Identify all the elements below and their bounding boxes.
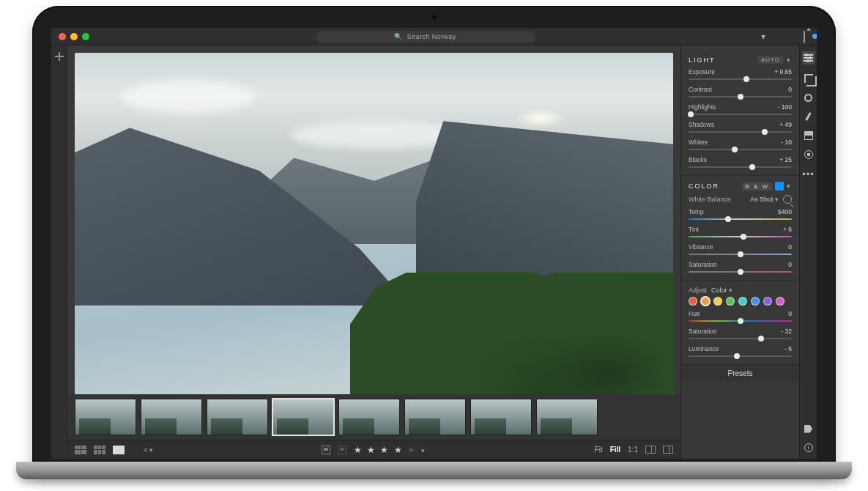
photo-preview [75,53,673,394]
titlebar: 🔍 Search Norway ▾ [51,28,817,45]
swatch[interactable] [763,297,772,306]
adjust-dropdown[interactable]: Color ▾ [711,287,732,294]
filmstrip-thumb[interactable] [272,399,334,435]
bw-toggle[interactable]: B & W [742,182,772,191]
slider-temp[interactable]: Temp5400 [689,208,792,221]
eyedropper-icon[interactable] [783,195,792,204]
slider-highlights[interactable]: Highlights- 100 [689,103,792,117]
zoom-1to1-button[interactable]: 1:1 [628,446,638,454]
adjust-label: Adjust [689,287,707,294]
rating-stars[interactable]: ★ ★ ★ ★ ★ ▾ [354,445,426,455]
slider-blacks[interactable]: Blacks+ 25 [689,156,792,169]
add-photo-button[interactable] [54,51,64,62]
linear-gradient-tool[interactable] [804,130,814,141]
slider-shadows[interactable]: Shadows+ 49 [689,121,792,134]
more-tools-button[interactable]: ••• [804,169,814,179]
filmstrip-thumb[interactable] [338,399,400,435]
filmstrip-thumb[interactable] [207,399,268,435]
zoom-fit-button[interactable]: Fit [595,446,603,454]
brush-tool[interactable] [804,111,814,122]
swatch[interactable] [701,297,710,306]
presets-button[interactable]: Presets [681,364,799,382]
slider-luminance[interactable]: Luminance- 5 [689,345,792,358]
photo-canvas[interactable] [67,45,680,394]
flag-reject-button[interactable] [338,446,346,454]
bottom-toolbar: ≡ ▾ ★ ★ ★ ★ ★ ▾ Fit Fill 1:1 [67,440,680,459]
color-swatches [689,297,792,306]
swatch[interactable] [689,297,697,306]
search-icon: 🔍 [394,33,402,40]
edit-panel: LIGHT AUTO ▾ Exposure+ 0.65 Contrast0 Hi… [680,45,799,459]
wb-label: White Balance [689,196,731,203]
light-title: LIGHT [689,56,716,64]
filmstrip-thumb[interactable] [470,399,532,435]
wb-dropdown[interactable]: As Shot ▾ [750,196,779,203]
filmstrip-thumb[interactable] [75,399,136,435]
slider-tint[interactable]: Tint+ 6 [689,226,792,239]
light-section-header[interactable]: LIGHT AUTO ▾ [689,56,792,64]
slider-vibrance[interactable]: Vibrance0 [689,243,792,256]
flag-pick-button[interactable] [322,446,330,454]
color-title: COLOR [689,182,719,190]
center-column: ≡ ▾ ★ ★ ★ ★ ★ ▾ Fit Fill 1:1 [67,45,680,459]
swatch[interactable] [751,297,760,306]
swatch[interactable] [713,297,722,306]
keywords-tool[interactable] [804,424,814,434]
tool-rail: ••• i [799,45,817,459]
color-profile-button[interactable] [775,182,784,191]
zoom-icon[interactable] [82,33,89,40]
hinge [16,462,852,479]
compare-button[interactable] [663,446,673,454]
swatch[interactable] [738,297,747,306]
white-balance-row: White Balance As Shot ▾ [689,195,792,204]
slider-hue[interactable]: Hue0 [689,310,792,323]
chevron-down-icon[interactable]: ▾ [787,182,792,190]
healing-brush-tool[interactable] [804,92,814,103]
swatch[interactable] [776,297,784,306]
left-rail [51,45,67,459]
auto-button[interactable]: AUTO [757,56,784,64]
chevron-down-icon[interactable]: ▾ [787,56,792,64]
swatch[interactable] [726,297,735,306]
info-tool[interactable]: i [804,443,814,453]
info-overlay-button[interactable] [645,446,656,454]
close-icon[interactable] [59,33,66,40]
search-input[interactable]: 🔍 Search Norway [316,31,535,43]
search-placeholder: Search Norway [407,33,456,40]
laptop-frame: 🔍 Search Norway ▾ [32,6,836,475]
app-window: 🔍 Search Norway ▾ [51,28,817,459]
radial-gradient-tool[interactable] [804,149,814,160]
slider-exposure[interactable]: Exposure+ 0.65 [689,68,792,81]
filmstrip-thumb[interactable] [536,399,598,435]
grid-view-button[interactable] [94,446,105,454]
edit-sliders-tool[interactable] [802,51,815,64]
slider-whites[interactable]: Whites- 10 [689,139,792,152]
filmstrip-thumb[interactable] [141,399,202,435]
zoom-fill-button[interactable]: Fill [610,446,620,454]
minimize-icon[interactable] [70,33,78,40]
color-mixer-header: Adjust Color ▾ [689,287,792,294]
slider-saturation[interactable]: Saturation0 [689,261,792,274]
grid-view-small-button[interactable] [75,446,86,454]
slider-contrast[interactable]: Contrast0 [689,86,792,99]
sort-menu[interactable]: ≡ ▾ [144,446,153,454]
single-view-button[interactable] [113,446,125,454]
slider-saturation[interactable]: Saturation- 32 [689,328,792,341]
filmstrip-thumb[interactable] [404,399,466,435]
filmstrip[interactable] [67,394,680,440]
share-button[interactable] [804,32,805,42]
color-section-header[interactable]: COLOR B & W ▾ [689,182,792,191]
crop-tool[interactable] [804,73,814,84]
filter-icon[interactable]: ▾ [761,32,765,42]
